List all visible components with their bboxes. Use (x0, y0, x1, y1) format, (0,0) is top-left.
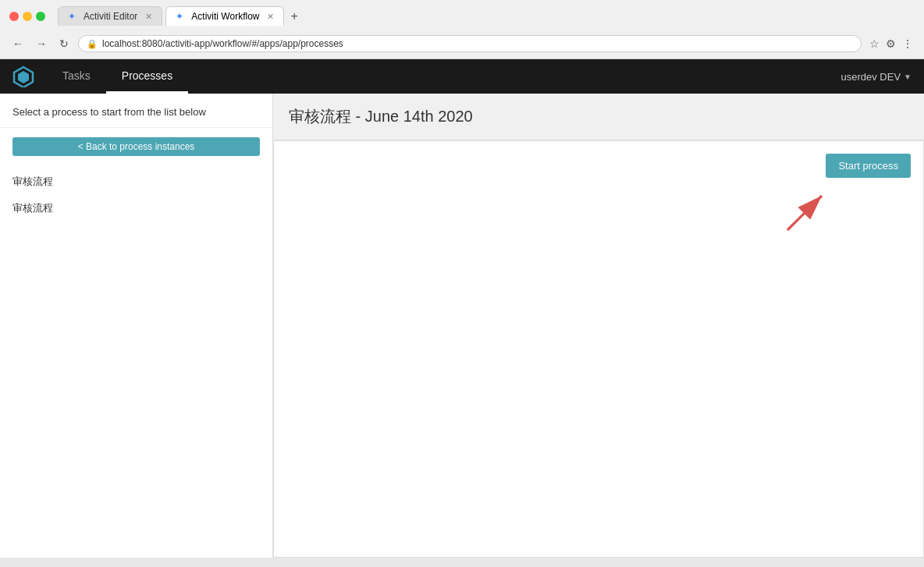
tab-workflow[interactable]: ✦ Activiti Workflow ✕ (165, 6, 284, 26)
process-title: 审核流程 - June 14th 2020 (289, 106, 908, 127)
browser-action-buttons: ☆ ⚙ ⋮ (868, 36, 915, 51)
more-button[interactable]: ⋮ (901, 36, 915, 51)
sidebar-hint: Select a process to start from the list … (0, 106, 272, 128)
app-body: Select a process to start from the list … (0, 94, 924, 558)
tasks-label: Tasks (62, 69, 91, 82)
process-name-1: 审核流程 (12, 175, 53, 187)
tab-editor[interactable]: ✦ Activiti Editor ✕ (58, 6, 162, 26)
browser-chrome: ✦ Activiti Editor ✕ ✦ Activiti Workflow … (0, 0, 924, 59)
close-dot[interactable] (9, 12, 19, 21)
user-label: userdev DEV (841, 71, 901, 83)
browser-titlebar: ✦ Activiti Editor ✕ ✦ Activiti Workflow … (0, 0, 924, 32)
lock-icon: 🔒 (87, 39, 98, 49)
process-name-2: 审核流程 (12, 202, 53, 214)
extensions-button[interactable]: ⚙ (884, 36, 897, 51)
tab-workflow-favicon: ✦ (176, 11, 187, 22)
browser-tabs: ✦ Activiti Editor ✕ ✦ Activiti Workflow … (58, 6, 915, 26)
svg-marker-1 (18, 71, 29, 83)
refresh-button[interactable]: ↻ (56, 36, 72, 51)
browser-addressbar: ← → ↻ 🔒 localhost:8080/activiti-app/work… (0, 32, 924, 58)
svg-line-3 (787, 196, 822, 230)
tab-editor-label: Activiti Editor (84, 11, 137, 22)
sidebar: Select a process to start from the list … (0, 94, 273, 558)
start-process-button[interactable]: Start process (826, 154, 911, 178)
back-nav-button[interactable]: ← (9, 36, 27, 51)
minimize-dot[interactable] (23, 12, 32, 21)
tab-editor-favicon: ✦ (68, 11, 79, 22)
app-nav: Tasks Processes (47, 59, 188, 94)
app-header: Tasks Processes userdev DEV ▼ (0, 59, 924, 94)
window-controls (9, 12, 45, 21)
processes-label: Processes (122, 69, 172, 82)
tab-workflow-label: Activiti Workflow (191, 11, 259, 22)
address-text: localhost:8080/activiti-app/workflow/#/a… (102, 38, 853, 49)
address-bar[interactable]: 🔒 localhost:8080/activiti-app/workflow/#… (78, 35, 862, 52)
back-to-process-instances-button[interactable]: < Back to process instances (12, 137, 260, 156)
user-menu[interactable]: userdev DEV ▼ (841, 71, 912, 83)
maximize-dot[interactable] (36, 12, 45, 21)
main-panel-body: Start process (273, 140, 924, 558)
app: Tasks Processes userdev DEV ▼ Select a p… (0, 59, 924, 558)
user-chevron-icon: ▼ (904, 73, 912, 81)
list-item[interactable]: 审核流程 (0, 168, 272, 195)
list-item[interactable]: 审核流程 (0, 195, 272, 221)
tab-editor-close[interactable]: ✕ (145, 12, 152, 22)
nav-processes[interactable]: Processes (106, 59, 188, 94)
tab-workflow-close[interactable]: ✕ (267, 12, 274, 22)
main-panel-header: 审核流程 - June 14th 2020 (273, 94, 924, 140)
nav-tasks[interactable]: Tasks (47, 59, 106, 94)
arrow-annotation (775, 180, 837, 245)
process-list: 审核流程 审核流程 (0, 168, 272, 221)
new-tab-button[interactable]: + (287, 9, 300, 23)
bookmark-button[interactable]: ☆ (868, 36, 881, 51)
main-panel: 审核流程 - June 14th 2020 Start process (273, 94, 924, 558)
forward-nav-button[interactable]: → (33, 36, 50, 51)
app-logo-icon (12, 66, 34, 87)
